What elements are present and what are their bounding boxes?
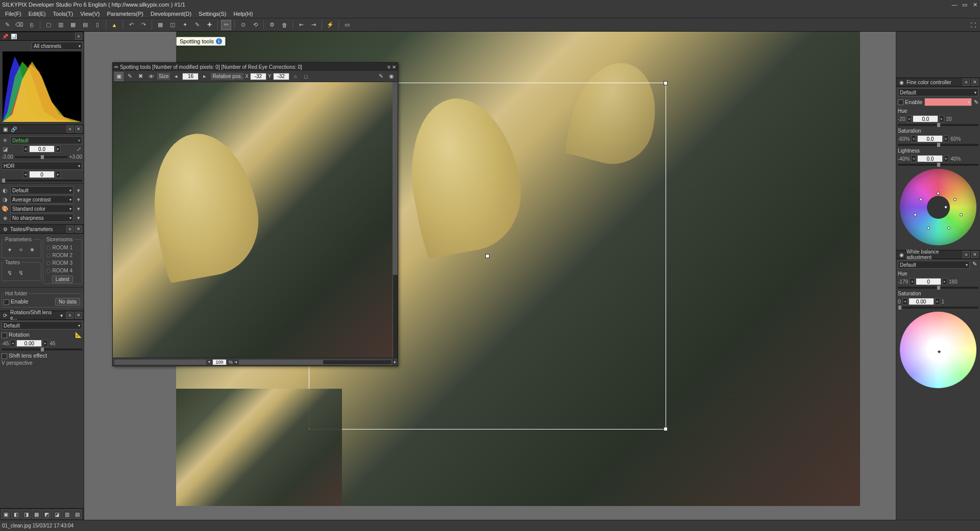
increment-icon[interactable]: ▸: [56, 171, 61, 178]
wb-sat-slider[interactable]: [898, 307, 978, 309]
spot-brush-icon[interactable]: ✎: [125, 72, 134, 81]
menu-view[interactable]: View(V): [77, 10, 103, 17]
panel-close-icon[interactable]: ✕: [75, 312, 82, 319]
histogram-icon[interactable]: 📊: [10, 33, 17, 40]
room-item[interactable]: ROOM 3: [45, 259, 81, 267]
panel-close-icon[interactable]: ✕: [392, 64, 396, 70]
panel-close-icon[interactable]: ✕: [75, 125, 82, 133]
bottom-tool-icon[interactable]: ◨: [21, 510, 31, 519]
fcc-hue-input[interactable]: [913, 115, 938, 122]
tool-grid-icon[interactable]: ▦: [155, 20, 165, 30]
hdr-field[interactable]: ◂ ▸: [23, 171, 61, 178]
room-item[interactable]: ROOM 4: [45, 267, 81, 274]
fcc-dropdown[interactable]: Default: [898, 88, 978, 96]
menu-development[interactable]: Development(D): [148, 10, 194, 17]
spotting-window[interactable]: ✏ Spotting tools [Number of modified pix…: [112, 62, 398, 366]
minimize-button[interactable]: —: [949, 1, 960, 9]
panel-menu-icon[interactable]: ≡: [66, 225, 74, 233]
panel-close-icon[interactable]: ✕: [75, 225, 82, 233]
fcc-hue-slider[interactable]: [898, 124, 978, 126]
maximize-button[interactable]: ▭: [960, 1, 970, 9]
tool-dropper-icon[interactable]: ✎: [192, 20, 202, 30]
rotation-slider[interactable]: [2, 348, 82, 350]
menu-edit[interactable]: Edit(E): [26, 10, 49, 17]
menu-file[interactable]: File(F): [2, 10, 24, 17]
tool-rotate-l-icon[interactable]: ↶: [126, 20, 136, 30]
panel-menu-icon[interactable]: ≡: [75, 33, 82, 40]
bottom-tool-icon[interactable]: ▥: [62, 510, 71, 519]
fcc-colorwheel[interactable]: [900, 169, 976, 245]
increment-icon[interactable]: ▸: [56, 145, 61, 153]
tool-erase-icon[interactable]: ⌫: [14, 20, 24, 30]
menu-tools[interactable]: Tools(T): [50, 10, 76, 17]
fcc-light-input[interactable]: [917, 155, 943, 162]
param-icon[interactable]: ✦: [5, 245, 14, 255]
panel-menu-icon[interactable]: ≡: [66, 125, 74, 133]
color-dropdown[interactable]: Standard color: [10, 205, 74, 213]
angle-icon[interactable]: 📐: [75, 332, 82, 338]
menu-settings[interactable]: Settings(S): [195, 10, 229, 17]
y-input[interactable]: [273, 73, 289, 80]
hdr-input[interactable]: [29, 171, 55, 178]
panel-close-icon[interactable]: ✕: [971, 251, 978, 258]
rotation-field[interactable]: ◂ ▸: [10, 340, 48, 347]
fcc-enable[interactable]: Enable: [898, 99, 922, 106]
exposure-input[interactable]: [29, 145, 55, 153]
tool-trash-icon[interactable]: 🗑: [279, 20, 289, 30]
expand-icon[interactable]: ⤢: [75, 145, 82, 153]
hdr-slider[interactable]: [2, 180, 82, 182]
tool-wand-icon[interactable]: ✦: [180, 20, 190, 30]
wb-colorwheel[interactable]: ✦: [900, 312, 976, 388]
chevron-down-icon[interactable]: ▾: [75, 196, 82, 203]
sharpness-dropdown[interactable]: No sharpness: [10, 214, 74, 222]
channel-dropdown[interactable]: All channels: [32, 42, 83, 50]
wb-hue-input[interactable]: [916, 278, 941, 285]
tool-screen-icon[interactable]: ▭: [342, 20, 352, 30]
contrast-dropdown[interactable]: Average contrast: [10, 195, 74, 204]
link-icon[interactable]: 🔗: [10, 125, 17, 133]
bottom-tool-icon[interactable]: ◧: [11, 510, 20, 519]
bottom-tool-icon[interactable]: ◪: [52, 510, 61, 519]
tool-warning-icon[interactable]: ▲: [109, 20, 119, 30]
spot-erase-icon[interactable]: ✖: [136, 72, 145, 81]
spotting-canvas[interactable]: [113, 82, 398, 358]
hotfolder-enable[interactable]: Enable: [4, 298, 28, 305]
square-icon[interactable]: □: [302, 72, 311, 81]
panel-close-icon[interactable]: ✕: [971, 79, 978, 86]
decrement-icon[interactable]: ◂: [23, 171, 28, 178]
shift-enable[interactable]: Shift lens effect: [2, 352, 82, 359]
redeye-icon[interactable]: ◉: [387, 72, 396, 81]
contrast-taste-dropdown[interactable]: Default: [10, 186, 74, 194]
exposure-slider[interactable]: [15, 156, 68, 158]
tool-copy-icon[interactable]: ⎘: [27, 20, 37, 30]
tool-brush-icon[interactable]: ✎: [2, 20, 12, 30]
spot-copy-icon[interactable]: ▣: [114, 72, 124, 81]
panel-menu-icon[interactable]: ≡: [387, 64, 390, 70]
room-item[interactable]: ROOM 1: [45, 244, 81, 251]
chevron-down-icon[interactable]: ▾: [75, 214, 82, 221]
tool-healing-icon[interactable]: ✚: [204, 20, 214, 30]
decrement-icon[interactable]: ◂: [172, 72, 181, 81]
bottom-tool-icon[interactable]: ◩: [42, 510, 51, 519]
tool-rotate-r-icon[interactable]: ↷: [138, 20, 149, 30]
zoom-slider[interactable]: [114, 360, 206, 365]
fcc-color-dropdown[interactable]: [924, 98, 972, 106]
tool-col-icon[interactable]: ▯: [92, 20, 103, 30]
tool-gear-icon[interactable]: ⚙: [267, 20, 277, 30]
chevron-down-icon[interactable]: ▾: [75, 205, 82, 212]
tool-dust-icon[interactable]: ⊙: [238, 20, 248, 30]
bottom-tool-icon[interactable]: ▦: [32, 510, 41, 519]
decrement-icon[interactable]: ◂: [23, 145, 28, 153]
exposure-value-field[interactable]: ◂ ▸: [10, 145, 74, 153]
rotation-input[interactable]: [16, 340, 42, 347]
x-input[interactable]: [250, 73, 266, 80]
tool-single-icon[interactable]: ▢: [43, 20, 54, 30]
chevron-down-icon[interactable]: ▾: [58, 312, 65, 319]
latest-button[interactable]: Latest: [52, 275, 73, 283]
panel-menu-icon[interactable]: ≡: [963, 79, 970, 86]
tool-grid2-icon[interactable]: ▦: [68, 20, 78, 30]
tool-crop-icon[interactable]: ◫: [167, 20, 178, 30]
menu-parameters[interactable]: Parameters(P): [104, 10, 146, 17]
taste-icon[interactable]: ↯: [5, 268, 14, 277]
wb-hue-slider[interactable]: [898, 287, 978, 289]
